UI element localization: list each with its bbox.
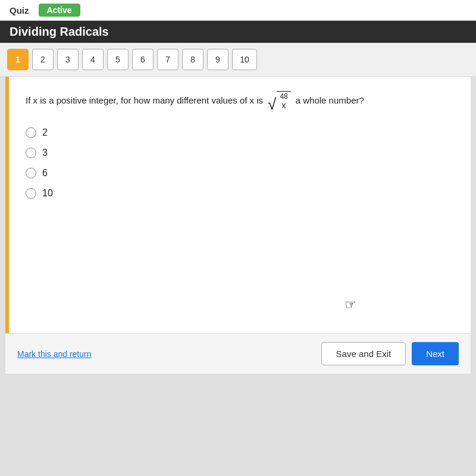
page-title: Dividing Radicals: [10, 25, 109, 38]
top-nav-bar: Quiz Active: [0, 0, 476, 21]
option-item-6: 6: [26, 168, 454, 178]
quiz-label: Quiz: [10, 5, 29, 15]
q-btn-2[interactable]: 2: [32, 49, 54, 70]
option-item-10: 10: [26, 188, 454, 199]
active-badge: Active: [39, 4, 80, 17]
radical-expression: √ 48 x: [268, 91, 291, 111]
option-label-6: 6: [42, 168, 48, 178]
q-btn-4[interactable]: 4: [82, 49, 104, 70]
q-btn-9[interactable]: 9: [207, 49, 228, 70]
radical-numerator: 48: [280, 93, 287, 101]
radical-fraction-wrapper: 48 x: [277, 91, 290, 111]
radio-6[interactable]: [26, 168, 36, 178]
q-btn-7[interactable]: 7: [157, 49, 178, 70]
radio-3[interactable]: [26, 148, 36, 158]
question-text: If x is a positive integer, for how many…: [26, 91, 454, 111]
page-title-bar: Dividing Radicals: [0, 21, 476, 43]
question-text-after: a whole number?: [296, 92, 364, 109]
option-label-2: 2: [42, 127, 48, 138]
radio-2[interactable]: [26, 127, 36, 138]
mark-return-link[interactable]: Mark this and return: [17, 349, 92, 359]
q-btn-10[interactable]: 10: [232, 49, 257, 70]
cursor-indicator: ☞: [344, 296, 357, 313]
option-item-2: 2: [26, 127, 454, 138]
next-button[interactable]: Next: [412, 342, 459, 365]
q-btn-6[interactable]: 6: [132, 49, 154, 70]
q-btn-5[interactable]: 5: [107, 49, 129, 70]
footer: Mark this and return Save and Exit Next: [5, 333, 471, 374]
option-label-3: 3: [42, 148, 48, 158]
radical-symbol: √: [268, 98, 276, 111]
radio-10[interactable]: [26, 188, 36, 199]
radical-denominator: x: [282, 101, 286, 111]
left-accent-bar: [5, 77, 9, 374]
q-btn-8[interactable]: 8: [182, 49, 203, 70]
options-list: 2 3 6 10: [26, 127, 454, 199]
main-content: If x is a positive integer, for how many…: [5, 77, 471, 374]
save-exit-button[interactable]: Save and Exit: [321, 342, 406, 365]
footer-right-buttons: Save and Exit Next: [321, 342, 459, 365]
question-navigation: 1 2 3 4 5 6 7 8 9 10: [0, 43, 476, 77]
question-text-before: If x is a positive integer, for how many…: [26, 92, 263, 109]
option-label-10: 10: [42, 188, 53, 199]
q-btn-1[interactable]: 1: [7, 49, 29, 70]
q-btn-3[interactable]: 3: [57, 49, 79, 70]
option-item-3: 3: [26, 148, 454, 158]
